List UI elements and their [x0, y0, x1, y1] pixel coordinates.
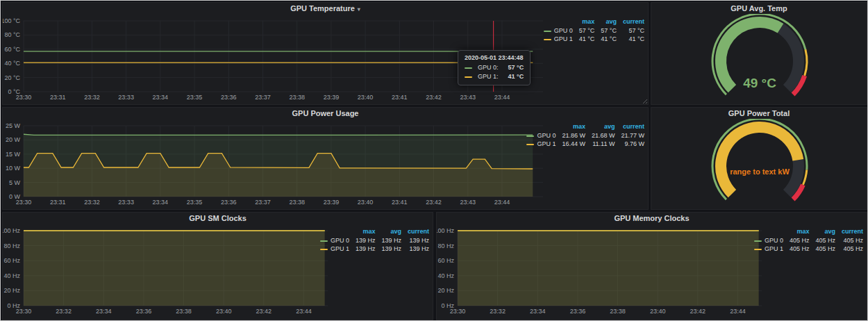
legend-series-gpu1[interactable]: GPU 1	[526, 140, 556, 148]
series-color-dash	[544, 31, 551, 32]
series-name: GPU 1	[331, 245, 349, 252]
legend-col-current[interactable]: current	[401, 228, 429, 236]
y-axis-tick-label: 40 °C	[4, 60, 20, 67]
legend-value-avg: 11.11 W	[585, 140, 615, 148]
panel-gpu-sm-clocks: GPU SM Clocks 0 Hz20 Hz40 Hz60 Hz80 Hz10…	[2, 212, 433, 320]
legend-col-current[interactable]: current	[835, 228, 863, 236]
x-axis-tick-label: 23:31	[50, 94, 66, 101]
gpu-avg-temp-svg: 49 °C	[651, 14, 868, 106]
y-axis-tick-label: 5 W	[9, 179, 21, 186]
panel-title-text: GPU Power Total	[728, 109, 790, 117]
x-axis-tick-label: 23:35	[187, 199, 203, 206]
legend-col-avg[interactable]: avg	[375, 228, 401, 236]
legend-series-gpu1[interactable]: GPU 1	[320, 245, 349, 253]
x-axis-tick-label: 23:32	[490, 308, 506, 315]
series-name: GPU 1	[765, 245, 783, 252]
legend-col-avg[interactable]: avg	[809, 228, 835, 236]
legend-series-gpu0[interactable]: GPU 0	[544, 26, 573, 35]
y-axis-tick-label: 100 Hz	[3, 227, 20, 234]
legend-value-avg: 139 Hz	[375, 245, 401, 253]
series-color-dash	[465, 76, 472, 78]
x-axis-tick-label: 23:42	[426, 94, 442, 101]
panel-gpu-memory-clocks: GPU Memory Clocks 0 Hz20 Hz40 Hz60 Hz80 …	[436, 212, 867, 320]
tooltip-series-name: GPU 0:	[478, 63, 499, 72]
legend-series-gpu1[interactable]: GPU 1	[544, 35, 573, 43]
legend-series-gpu1[interactable]: GPU 1	[754, 245, 783, 253]
x-axis-tick-label: 23:32	[84, 94, 100, 101]
series-name: GPU 1	[554, 35, 573, 42]
legend-col-current[interactable]: current	[615, 123, 644, 131]
graph-tooltip: 2020-05-01 23:44:48 GPU 0: 57 °C GPU 1: …	[458, 50, 531, 85]
panel-header-gpu-avg-temp[interactable]: GPU Avg. Temp	[651, 3, 867, 14]
legend-col-max[interactable]: max	[349, 228, 376, 236]
y-axis-tick-label: 10 W	[6, 165, 21, 172]
y-axis-tick-label: 100 Hz	[437, 227, 454, 234]
panel-header-gpu-memory-clocks[interactable]: GPU Memory Clocks	[437, 213, 867, 224]
x-axis-tick-label: 23:38	[289, 199, 305, 206]
tooltip-series-name: GPU 1:	[478, 72, 499, 81]
x-axis-tick-label: 23:42	[690, 308, 706, 315]
panel-gpu-power-usage: GPU Power Usage 0 W5 W10 W15 W20 W25 W23…	[2, 107, 649, 210]
legend-gpu-temperature: max avg current GPU 0 57 °C 57 °C 57 °C …	[544, 18, 644, 43]
panel-header-gpu-sm-clocks[interactable]: GPU SM Clocks	[3, 213, 433, 224]
tooltip-row-gpu1: GPU 1: 41 °C	[465, 72, 524, 81]
x-axis-tick-label: 23:33	[118, 199, 134, 206]
x-axis-tick-label: 23:36	[570, 308, 586, 315]
x-axis-tick-label: 23:44	[494, 199, 510, 206]
x-axis-tick-label: 23:40	[216, 308, 232, 315]
series-color-dash	[544, 39, 551, 40]
legend-col-avg[interactable]: avg	[585, 123, 615, 131]
legend-value-max: 41 °C	[573, 35, 595, 43]
y-axis-tick-label: 60 Hz	[437, 257, 454, 264]
legend-col-current[interactable]: current	[617, 18, 644, 26]
series-color-dash	[320, 249, 328, 250]
panel-title-text: GPU Temperature	[290, 4, 355, 13]
chevron-down-icon: ▾	[358, 6, 360, 13]
legend-col-avg[interactable]: avg	[594, 18, 617, 26]
y-axis-tick-label: 40 Hz	[437, 272, 454, 279]
legend-value-avg: 21.68 W	[585, 131, 615, 140]
series-color-dash	[754, 249, 762, 250]
legend-col-max[interactable]: max	[573, 18, 595, 26]
panel-gpu-temperature: GPU Temperature▾ 0 °C20 °C40 °C60 °C80 °…	[2, 2, 649, 105]
legend-value-max: 139 Hz	[349, 236, 376, 245]
series-color-dash	[320, 240, 328, 242]
gauge-value-text: 49 °C	[743, 76, 776, 90]
series-line-gpu0	[24, 134, 533, 135]
y-axis-tick-label: 40 Hz	[3, 272, 20, 279]
series-name: GPU 0	[537, 132, 556, 139]
y-axis-tick-label: 25 W	[6, 122, 21, 129]
legend-value-current: 139 Hz	[401, 245, 429, 253]
x-axis-tick-label: 23:34	[153, 199, 169, 206]
legend-series-gpu0[interactable]: GPU 0	[320, 236, 349, 245]
x-axis-tick-label: 23:30	[16, 308, 32, 315]
series-name: GPU 0	[765, 237, 783, 244]
legend-value-current: 405 Hz	[835, 245, 863, 253]
legend-series-gpu0[interactable]: GPU 0	[754, 236, 783, 245]
legend-col-max[interactable]: max	[783, 228, 810, 236]
x-axis-tick-label: 23:34	[530, 308, 546, 315]
panel-header-gpu-power-usage[interactable]: GPU Power Usage	[3, 108, 648, 119]
x-axis-tick-label: 23:36	[136, 308, 152, 315]
legend-value-avg: 405 Hz	[809, 236, 835, 245]
tooltip-timestamp: 2020-05-01 23:44:48	[465, 54, 524, 61]
panel-header-gpu-power-total[interactable]: GPU Power Total	[651, 108, 867, 119]
x-axis-tick-label: 23:41	[392, 94, 408, 101]
legend-value-current: 9.76 W	[615, 140, 644, 148]
panel-title-text: GPU Avg. Temp	[731, 4, 787, 13]
x-axis-tick-label: 23:38	[610, 308, 626, 315]
panel-header-gpu-temperature[interactable]: GPU Temperature▾	[3, 3, 648, 14]
x-axis-tick-label: 23:41	[392, 199, 408, 206]
legend-series-gpu0[interactable]: GPU 0	[526, 131, 556, 140]
x-axis-tick-label: 23:37	[255, 199, 271, 206]
x-axis-tick-label: 23:42	[426, 199, 442, 206]
y-axis-tick-label: 60 Hz	[3, 257, 20, 264]
legend-value-max: 57 °C	[573, 26, 595, 35]
x-axis-tick-label: 23:40	[358, 94, 374, 101]
legend-value-max: 405 Hz	[783, 236, 810, 245]
legend-row-gpu1: GPU 1 405 Hz 405 Hz 405 Hz	[754, 245, 863, 253]
legend-value-avg: 41 °C	[594, 35, 617, 43]
x-axis-tick-label: 23:35	[187, 94, 203, 101]
legend-col-max[interactable]: max	[556, 123, 585, 131]
legend-row-gpu0: GPU 0 21.86 W 21.68 W 21.77 W	[526, 131, 644, 140]
